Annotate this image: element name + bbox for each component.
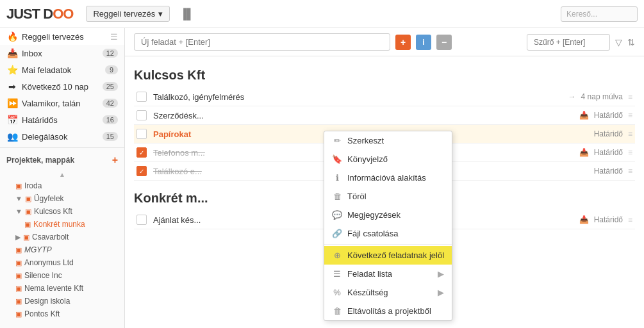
tree-item-nema[interactable]: ▣ Nema levente Kft xyxy=(0,282,124,295)
tree-item-mgytp[interactable]: ▣ MGYTP xyxy=(0,243,124,256)
task-checkbox[interactable]: ✓ xyxy=(136,147,147,158)
link-icon: 🔗 xyxy=(332,229,342,238)
filter-icon: ▽ xyxy=(615,37,622,47)
table-row[interactable]: Szerződésk... 📥 Határidő ≡ xyxy=(134,106,635,125)
file-icon: ▣ xyxy=(15,284,22,293)
projects-header: Projektek, mappák + xyxy=(0,151,124,170)
tree-label: Anonymus Ltd xyxy=(24,258,74,267)
task-meta: 📥 Határidő ≡ xyxy=(579,111,632,120)
sidebar-item-label: Valamikor, talán xyxy=(22,99,103,108)
star-icon: ⭐ xyxy=(6,65,18,75)
task-label: Találkozó, igényfelmérés xyxy=(153,92,568,102)
sidebar-item-delegalasok[interactable]: 👥 Delegálások 15 xyxy=(0,128,124,145)
tree-item-silence[interactable]: ▣ Silence Inc xyxy=(0,269,124,282)
sidebar-item-kovetkezo[interactable]: ➡ Következő 10 nap 25 xyxy=(0,78,124,95)
file-icon: ▣ xyxy=(15,182,22,190)
sidebar-item-label: Inbox xyxy=(22,49,103,58)
percent-icon: % xyxy=(332,288,342,297)
task-checkbox[interactable] xyxy=(136,215,147,225)
ctx-label: Készültség xyxy=(347,288,388,297)
ctx-item-kovetkezo[interactable]: ⊕ Következő feladatnak jelöl xyxy=(324,246,452,265)
project-name: Reggeli tervezés xyxy=(93,9,155,19)
ctx-item-keszultseg[interactable]: % Készültség ▶ xyxy=(324,283,452,302)
folder-icon: ▣ xyxy=(23,233,29,242)
file-icon: ▣ xyxy=(15,310,22,318)
arrow-right-icon: ➡ xyxy=(6,81,18,92)
new-task-input[interactable] xyxy=(134,33,390,51)
ctx-item-szerkeszt[interactable]: ✏ Szerkeszt xyxy=(324,131,452,150)
header-search[interactable]: Kereső... xyxy=(561,6,638,22)
mai-badge: 9 xyxy=(105,65,118,74)
tree-label: Silence Inc xyxy=(24,271,62,280)
task-due: Határidő xyxy=(594,215,623,224)
dropdown-icon: ▾ xyxy=(158,9,163,19)
task-checkbox[interactable]: ✓ xyxy=(136,166,147,176)
tree-item-pontos[interactable]: ▣ Pontos Kft xyxy=(0,308,124,320)
menu-icon[interactable]: ≡ xyxy=(628,92,632,101)
folder-open-icon: ▣ xyxy=(25,195,31,203)
sidebar-item-label: Következő 10 nap xyxy=(22,82,103,92)
menu-icon[interactable]: ≡ xyxy=(628,129,632,138)
delegalasok-badge: 15 xyxy=(103,132,118,141)
filter-input[interactable] xyxy=(527,34,610,51)
tree-item-konkret[interactable]: ▣ Konkrét munka xyxy=(0,218,124,231)
tree-item-design[interactable]: ▣ Design iskola xyxy=(0,295,124,308)
task-checkbox[interactable] xyxy=(136,92,147,102)
sidebar-item-mai[interactable]: ⭐ Mai feladatok 9 xyxy=(0,62,124,78)
sidebar-item-label: Delegálások xyxy=(22,132,103,142)
main-panel: + i − ▽ ⇅ Kulcsos Kft Találkozó, igényfe… xyxy=(125,28,644,328)
task-due: Határidő xyxy=(594,148,623,157)
context-menu: ✏ Szerkeszt 🔖 Könyvjelző ℹ Információvá … xyxy=(324,131,452,321)
menu-icon[interactable]: ≡ xyxy=(628,167,632,176)
tree-label: Nema levente Kft xyxy=(24,284,83,293)
tree-label: Konkrét munka xyxy=(33,220,85,229)
task-due: Határidő xyxy=(594,129,623,138)
remove-icon: 🗑 xyxy=(332,306,342,316)
ctx-label: Könyvjelző xyxy=(347,154,388,164)
sidebar-item-valamikor[interactable]: ⏩ Valamikor, talán 42 xyxy=(0,95,124,111)
tree-item-csavarbolt[interactable]: ▶ ▣ Csavarbolt xyxy=(0,231,124,243)
menu-icon[interactable]: ≡ xyxy=(628,148,632,157)
fast-forward-icon: ⏩ xyxy=(6,98,18,108)
chevron-right-icon: ▶ xyxy=(15,233,21,242)
sidebar-item-reggeli[interactable]: 🔥 Reggeli tervezés ☰ xyxy=(0,28,124,45)
file-icon: ▣ xyxy=(15,259,22,267)
file-icon: ▣ xyxy=(24,220,31,229)
menu-icon[interactable]: ≡ xyxy=(628,215,632,224)
remove-button[interactable]: − xyxy=(436,35,452,50)
add-project-icon[interactable]: + xyxy=(112,154,118,166)
ctx-item-konyvjelo[interactable]: 🔖 Könyvjelző xyxy=(324,150,452,168)
list-icon: ☰ xyxy=(332,269,342,279)
arrow-icon: → xyxy=(568,92,576,101)
add-task-button[interactable]: + xyxy=(395,35,411,50)
chevron-down-icon: ▼ xyxy=(15,208,22,215)
tree-item-kulcsos[interactable]: ▼ ▣ Kulcsos Kft xyxy=(0,205,124,218)
table-row[interactable]: Találkozó, igényfelmérés → 4 nap múlva ≡ xyxy=(134,88,635,106)
project-selector[interactable]: Reggeli tervezés ▾ xyxy=(86,6,170,22)
ctx-item-eltavolitas[interactable]: 🗑 Eltávolítás a projektből xyxy=(324,302,452,320)
tree-label: Csavarbolt xyxy=(32,233,69,242)
ctx-item-informacio[interactable]: ℹ Információvá alakítás xyxy=(324,168,452,187)
sidebar-item-hataridos[interactable]: 📅 Határidős 16 xyxy=(0,111,124,128)
tree-item-iroda[interactable]: ▣ Iroda xyxy=(0,179,124,192)
menu-icon[interactable]: ≡ xyxy=(628,111,632,120)
task-checkbox[interactable] xyxy=(136,129,147,139)
chart-icon[interactable]: ▐▌ xyxy=(179,8,194,20)
ctx-item-torol[interactable]: 🗑 Töröl xyxy=(324,187,452,206)
ctx-item-fajl[interactable]: 🔗 Fájl csatolása xyxy=(324,224,452,243)
inbox-icon: 📥 xyxy=(6,48,18,58)
comment-icon: 💬 xyxy=(332,210,342,220)
scroll-up-indicator[interactable]: ▲ xyxy=(0,170,124,179)
hataridos-badge: 16 xyxy=(103,115,118,124)
tree-item-ugyfelek[interactable]: ▼ ▣ Ügyfelek xyxy=(0,192,124,205)
info-button[interactable]: i xyxy=(416,35,431,50)
projects-label: Projektek, mappák xyxy=(6,156,74,165)
ctx-label: Információvá alakítás xyxy=(347,173,426,183)
tree-item-anonymus[interactable]: ▣ Anonymus Ltd xyxy=(0,256,124,269)
sidebar-item-label: Mai feladatok xyxy=(22,65,105,75)
ctx-item-feladatlista[interactable]: ☰ Feladat lista ▶ xyxy=(324,265,452,283)
sidebar-item-inbox[interactable]: 📥 Inbox 12 xyxy=(0,45,124,62)
task-meta: Határidő ≡ xyxy=(594,129,632,138)
task-checkbox[interactable] xyxy=(136,110,147,120)
ctx-item-megjegyzes[interactable]: 💬 Megjegyzések xyxy=(324,206,452,224)
